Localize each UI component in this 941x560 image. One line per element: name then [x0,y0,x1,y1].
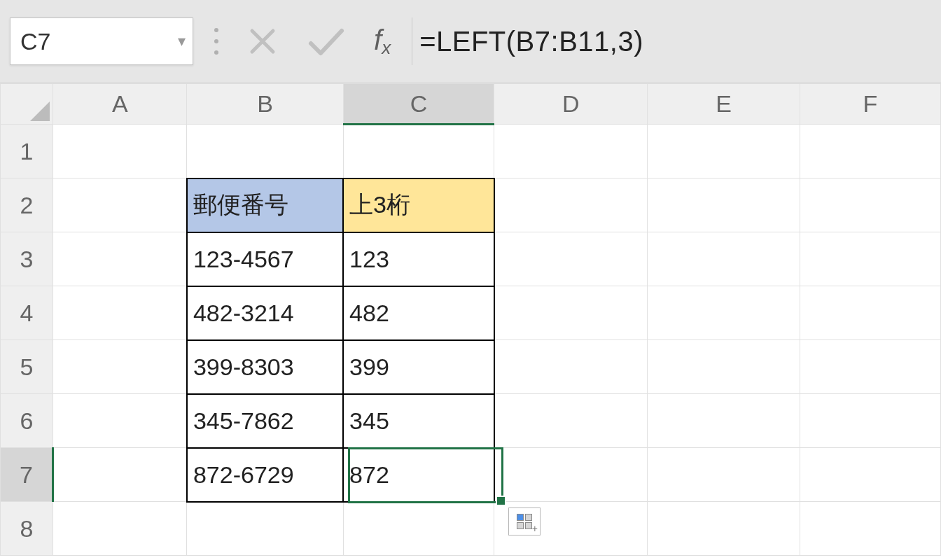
cell-F1[interactable] [800,125,940,178]
cell-B5[interactable]: 399-8303 [187,340,343,394]
cell-E7[interactable] [648,448,800,502]
cell-B7[interactable]: 872-6729 [187,448,343,502]
cell-C8[interactable] [343,502,494,556]
cell-F4[interactable] [800,286,940,340]
cell-E8[interactable] [648,502,800,556]
name-box[interactable]: C7 ▾ [10,18,193,65]
col-header-A[interactable]: A [53,84,187,125]
cell-B2[interactable]: 郵便番号 [187,178,343,232]
cell-D4[interactable] [494,286,648,340]
row-header-6[interactable]: 6 [1,394,53,448]
cell-B6[interactable]: 345-7862 [187,394,343,448]
cell-B3[interactable]: 123-4567 [187,232,343,286]
name-box-value: C7 [20,28,50,55]
formula-bar[interactable]: =LEFT(B7:B11,3) [412,18,931,65]
cell-A5[interactable] [53,340,187,394]
table-row: 6 345-7862 345 [1,394,941,448]
cell-A6[interactable] [53,394,187,448]
table-row: 8 [1,502,941,556]
cell-F2[interactable] [800,178,940,232]
table-row: 3 123-4567 123 [1,232,941,286]
table-row: 5 399-8303 399 [1,340,941,394]
cell-E6[interactable] [648,394,800,448]
select-all-corner[interactable] [1,84,53,125]
formula-text: =LEFT(B7:B11,3) [419,26,643,57]
cell-C6[interactable]: 345 [343,394,494,448]
row-header-4[interactable]: 4 [1,286,53,340]
cell-D3[interactable] [494,232,648,286]
cell-B8[interactable] [187,502,343,556]
cell-F5[interactable] [800,340,940,394]
row-header-1[interactable]: 1 [1,125,53,178]
cell-B4[interactable]: 482-3214 [187,286,343,340]
worksheet[interactable]: A B C D E F 1 2 郵便番号 上3桁 3 [0,83,941,560]
col-header-F[interactable]: F [800,84,940,125]
table-row: 2 郵便番号 上3桁 [1,178,941,232]
cell-A1[interactable] [53,125,187,178]
cell-C2[interactable]: 上3桁 [343,178,494,232]
cell-D5[interactable] [494,340,648,394]
cell-E3[interactable] [648,232,800,286]
cell-A7[interactable] [53,448,187,502]
col-header-B[interactable]: B [187,84,343,125]
cell-A8[interactable] [53,502,187,556]
table-row: 7 872-6729 872 [1,448,941,502]
col-header-E[interactable]: E [648,84,800,125]
row-header-8[interactable]: 8 [1,502,53,556]
cell-E1[interactable] [648,125,800,178]
row-header-7[interactable]: 7 [1,448,53,502]
cell-C5[interactable]: 399 [343,340,494,394]
cell-F3[interactable] [800,232,940,286]
autofill-options-button[interactable]: + [508,507,541,536]
table-row: 4 482-3214 482 [1,286,941,340]
cell-A4[interactable] [53,286,187,340]
grip-icon[interactable] [214,28,218,55]
grid[interactable]: A B C D E F 1 2 郵便番号 上3桁 3 [0,83,941,556]
col-header-D[interactable]: D [494,84,648,125]
formula-bar-area: C7 ▾ fx =LEFT(B7:B11,3) [0,0,941,83]
row-header-5[interactable]: 5 [1,340,53,394]
cell-D1[interactable] [494,125,648,178]
cell-F7[interactable] [800,448,940,502]
row-header-3[interactable]: 3 [1,232,53,286]
fx-icon[interactable]: fx [374,24,391,59]
cell-F8[interactable] [800,502,940,556]
cell-C7[interactable]: 872 [343,448,494,502]
cell-D7[interactable] [494,448,648,502]
row-header-2[interactable]: 2 [1,178,53,232]
cancel-icon[interactable] [246,25,279,57]
table-row: 1 [1,125,941,178]
cell-B1[interactable] [187,125,343,178]
cell-E2[interactable] [648,178,800,232]
cell-D2[interactable] [494,178,648,232]
chevron-down-icon[interactable]: ▾ [178,32,186,50]
col-header-C[interactable]: C [343,84,494,125]
enter-icon[interactable] [307,25,346,57]
cell-C3[interactable]: 123 [343,232,494,286]
cell-C1[interactable] [343,125,494,178]
cell-C4[interactable]: 482 [343,286,494,340]
cell-E4[interactable] [648,286,800,340]
cell-F6[interactable] [800,394,940,448]
cell-A2[interactable] [53,178,187,232]
edit-icon-group: fx [214,24,391,59]
cell-A3[interactable] [53,232,187,286]
cell-E5[interactable] [648,340,800,394]
cell-D6[interactable] [494,394,648,448]
